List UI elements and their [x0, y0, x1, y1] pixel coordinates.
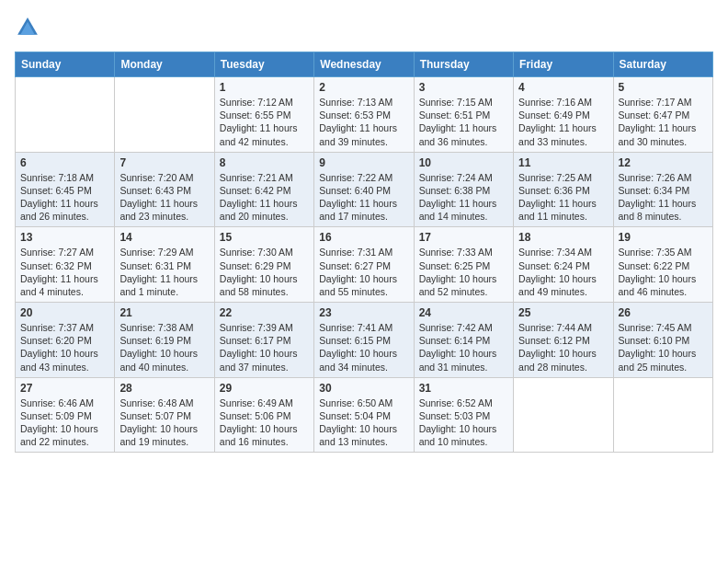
day-number: 31 [419, 382, 508, 395]
weekday-header-row: SundayMondayTuesdayWednesdayThursdayFrid… [16, 52, 713, 77]
day-number: 6 [20, 156, 109, 169]
cell-content: Sunrise: 7:41 AMSunset: 6:15 PMDaylight:… [319, 321, 408, 373]
calendar-week-row: 1Sunrise: 7:12 AMSunset: 6:55 PMDaylight… [16, 77, 713, 153]
sunrise-text: Sunrise: 7:16 AM [518, 97, 592, 108]
daylight-text: Daylight: 11 hours and 42 minutes. [220, 122, 298, 146]
calendar-cell: 15Sunrise: 7:30 AMSunset: 6:29 PMDayligh… [214, 227, 313, 303]
daylight-text: Daylight: 11 hours and 36 minutes. [419, 122, 497, 146]
calendar-cell [613, 377, 712, 453]
daylight-text: Daylight: 11 hours and 17 minutes. [319, 198, 397, 222]
sunrise-text: Sunrise: 7:39 AM [220, 322, 293, 333]
cell-content: Sunrise: 7:17 AMSunset: 6:47 PMDaylight:… [619, 96, 708, 148]
sunrise-text: Sunrise: 7:25 AM [518, 172, 592, 183]
daylight-text: Daylight: 10 hours and 34 minutes. [319, 348, 397, 372]
day-number: 13 [20, 231, 109, 244]
cell-content: Sunrise: 6:52 AMSunset: 5:03 PMDaylight:… [419, 396, 508, 449]
day-number: 21 [119, 306, 209, 319]
sunset-text: Sunset: 6:40 PM [319, 185, 391, 196]
cell-content: Sunrise: 7:29 AMSunset: 6:31 PMDaylight:… [119, 246, 209, 298]
sunrise-text: Sunrise: 7:41 AM [319, 322, 392, 333]
calendar-cell: 18Sunrise: 7:34 AMSunset: 6:24 PMDayligh… [514, 227, 613, 303]
calendar-cell: 27Sunrise: 6:46 AMSunset: 5:09 PMDayligh… [16, 377, 115, 453]
calendar-cell: 28Sunrise: 6:48 AMSunset: 5:07 PMDayligh… [115, 377, 214, 453]
cell-content: Sunrise: 7:39 AMSunset: 6:17 PMDaylight:… [220, 321, 309, 373]
sunrise-text: Sunrise: 7:37 AM [20, 322, 94, 333]
sunrise-text: Sunrise: 7:20 AM [119, 172, 193, 183]
logo [15, 15, 44, 40]
day-number: 12 [619, 156, 708, 169]
day-number: 15 [220, 231, 309, 244]
daylight-text: Daylight: 10 hours and 16 minutes. [220, 423, 298, 447]
calendar-cell: 29Sunrise: 6:49 AMSunset: 5:06 PMDayligh… [214, 377, 313, 453]
calendar-cell: 13Sunrise: 7:27 AMSunset: 6:32 PMDayligh… [16, 227, 115, 303]
cell-content: Sunrise: 7:30 AMSunset: 6:29 PMDaylight:… [220, 246, 309, 298]
day-number: 4 [518, 81, 608, 94]
cell-content: Sunrise: 6:48 AMSunset: 5:07 PMDaylight:… [119, 396, 209, 449]
calendar-cell: 7Sunrise: 7:20 AMSunset: 6:43 PMDaylight… [115, 152, 214, 227]
day-number: 2 [319, 81, 408, 94]
sunset-text: Sunset: 6:19 PM [119, 335, 191, 346]
sunset-text: Sunset: 6:31 PM [119, 260, 191, 271]
calendar-cell: 22Sunrise: 7:39 AMSunset: 6:17 PMDayligh… [214, 303, 313, 378]
daylight-text: Daylight: 11 hours and 39 minutes. [319, 122, 397, 146]
sunset-text: Sunset: 5:07 PM [119, 410, 191, 421]
day-number: 11 [518, 156, 608, 169]
daylight-text: Daylight: 10 hours and 40 minutes. [119, 348, 198, 372]
cell-content: Sunrise: 7:20 AMSunset: 6:43 PMDaylight:… [119, 171, 209, 224]
daylight-text: Daylight: 11 hours and 20 minutes. [220, 198, 298, 222]
day-number: 19 [619, 231, 708, 244]
sunrise-text: Sunrise: 7:42 AM [419, 322, 493, 333]
daylight-text: Daylight: 10 hours and 10 minutes. [419, 423, 497, 447]
sunrise-text: Sunrise: 7:38 AM [119, 322, 193, 333]
daylight-text: Daylight: 10 hours and 52 minutes. [419, 273, 497, 297]
daylight-text: Daylight: 10 hours and 55 minutes. [319, 273, 397, 297]
calendar-cell: 31Sunrise: 6:52 AMSunset: 5:03 PMDayligh… [414, 377, 513, 453]
cell-content: Sunrise: 7:16 AMSunset: 6:49 PMDaylight:… [518, 96, 608, 148]
cell-content: Sunrise: 6:46 AMSunset: 5:09 PMDaylight:… [20, 396, 109, 449]
calendar-week-row: 20Sunrise: 7:37 AMSunset: 6:20 PMDayligh… [16, 303, 713, 378]
sunset-text: Sunset: 6:17 PM [220, 335, 291, 346]
cell-content: Sunrise: 7:26 AMSunset: 6:34 PMDaylight:… [619, 171, 708, 224]
cell-content: Sunrise: 6:49 AMSunset: 5:06 PMDaylight:… [220, 396, 309, 449]
day-number: 22 [220, 306, 309, 319]
calendar-week-row: 6Sunrise: 7:18 AMSunset: 6:45 PMDaylight… [16, 152, 713, 227]
day-number: 5 [619, 81, 708, 94]
daylight-text: Daylight: 11 hours and 30 minutes. [619, 122, 697, 146]
cell-content: Sunrise: 7:21 AMSunset: 6:42 PMDaylight:… [220, 171, 309, 224]
sunrise-text: Sunrise: 7:44 AM [518, 322, 592, 333]
calendar-cell: 5Sunrise: 7:17 AMSunset: 6:47 PMDaylight… [613, 77, 712, 153]
sunset-text: Sunset: 6:51 PM [419, 109, 491, 121]
sunrise-text: Sunrise: 7:30 AM [220, 247, 293, 258]
day-number: 17 [419, 231, 508, 244]
sunrise-text: Sunrise: 6:52 AM [419, 397, 493, 408]
day-number: 24 [419, 306, 508, 319]
day-number: 10 [419, 156, 508, 169]
sunset-text: Sunset: 6:10 PM [619, 335, 690, 346]
day-number: 30 [319, 382, 408, 395]
daylight-text: Daylight: 10 hours and 43 minutes. [20, 348, 98, 372]
daylight-text: Daylight: 10 hours and 13 minutes. [319, 423, 397, 447]
sunrise-text: Sunrise: 7:12 AM [220, 97, 293, 108]
sunset-text: Sunset: 5:06 PM [220, 410, 291, 421]
sunrise-text: Sunrise: 7:27 AM [20, 247, 94, 258]
daylight-text: Daylight: 11 hours and 1 minute. [119, 273, 198, 297]
daylight-text: Daylight: 10 hours and 28 minutes. [518, 348, 597, 372]
daylight-text: Daylight: 10 hours and 22 minutes. [20, 423, 98, 447]
sunset-text: Sunset: 6:47 PM [619, 109, 690, 121]
calendar-cell: 1Sunrise: 7:12 AMSunset: 6:55 PMDaylight… [214, 77, 313, 153]
calendar-cell: 2Sunrise: 7:13 AMSunset: 6:53 PMDaylight… [314, 77, 414, 153]
cell-content: Sunrise: 7:22 AMSunset: 6:40 PMDaylight:… [319, 171, 408, 224]
day-number: 28 [119, 382, 209, 395]
calendar-cell: 20Sunrise: 7:37 AMSunset: 6:20 PMDayligh… [16, 303, 115, 378]
calendar-cell: 19Sunrise: 7:35 AMSunset: 6:22 PMDayligh… [613, 227, 712, 303]
day-number: 9 [319, 156, 408, 169]
daylight-text: Daylight: 10 hours and 25 minutes. [619, 348, 697, 372]
calendar-cell: 10Sunrise: 7:24 AMSunset: 6:38 PMDayligh… [414, 152, 513, 227]
sunrise-text: Sunrise: 7:35 AM [619, 247, 692, 258]
calendar-cell: 26Sunrise: 7:45 AMSunset: 6:10 PMDayligh… [613, 303, 712, 378]
calendar-cell: 11Sunrise: 7:25 AMSunset: 6:36 PMDayligh… [514, 152, 613, 227]
daylight-text: Daylight: 11 hours and 26 minutes. [20, 198, 98, 222]
calendar-cell: 25Sunrise: 7:44 AMSunset: 6:12 PMDayligh… [514, 303, 613, 378]
cell-content: Sunrise: 7:24 AMSunset: 6:38 PMDaylight:… [419, 171, 508, 224]
weekday-header: Thursday [414, 52, 513, 77]
